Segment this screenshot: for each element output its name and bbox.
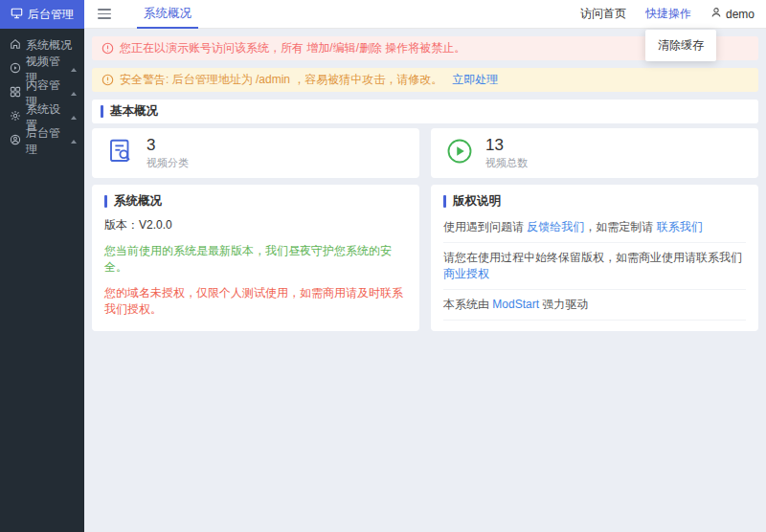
feedback-link[interactable]: 反馈给我们 [527,220,584,233]
accent-bar [104,195,107,208]
license-warning-line: 您的域名未授权，仅限个人测试使用，如需商用请及时联系我们授权。 [104,280,407,322]
grid-icon [10,86,21,100]
sidebar-menu: 系统概况 视频管理 内容管理 [0,29,84,153]
warning-circle-icon [101,74,114,86]
security-alert: 安全警告: 后台管理地址为 /admin ，容易被猜中攻击，请修改。 立即处理 [92,68,758,92]
play-circle-icon [10,62,21,77]
sidebar-app-title[interactable]: 后台管理 [0,0,84,29]
warning-circle-icon [101,42,114,55]
feedback-row: 使用遇到问题请 反馈给我们，如需定制请 联系我们 [443,212,746,243]
caret-up-icon [71,68,77,72]
main-content: 您正在以演示账号访问该系统，所有 增加/编辑/删除 操作将被禁止。 安全警告: … [84,29,766,339]
video-total-icon [445,137,474,169]
tab-label: 系统概况 [144,6,192,22]
topbar-right: 访问首页 快捷操作 demo [580,6,755,22]
sidebar: 后台管理 系统概况 视频管理 [0,0,84,532]
monitor-icon [11,8,23,22]
license-row: 请您在使用过程中始终保留版权，如需商业使用请联系我们 商业授权 [443,243,746,290]
handle-now-link[interactable]: 立即处理 [452,73,498,87]
stat-label: 视频分类 [146,156,189,170]
stat-card-video-total: 13 视频总数 [431,128,758,178]
person-icon [710,7,722,21]
accent-bar [101,105,103,118]
contact-us-link[interactable]: 联系我们 [657,220,703,233]
clear-cache-menu-item[interactable]: 清除缓存 [645,30,716,61]
demo-alert-text: 您正在以演示账号访问该系统，所有 增加/编辑/删除 操作将被禁止。 [120,41,465,55]
powered-by-row: 本系统由 ModStart 强力驱动 [443,290,746,321]
sidebar-item-label: 系统概况 [26,37,72,54]
caret-up-icon [71,140,77,144]
quick-actions-link[interactable]: 快捷操作 [645,6,691,22]
topbar: 系统概况 访问首页 快捷操作 demo [84,0,766,29]
info-panels-row: 系统概况 版本：V2.0.0 您当前使用的系统是最新版本，我们昼夜守护您系统的安… [92,185,758,331]
sidebar-app-title-label: 后台管理 [28,7,74,23]
sidebar-item-label: 后台管理 [26,125,66,158]
stat-label: 视频总数 [485,156,528,170]
version-line: 版本：V2.0.0 [104,212,407,238]
section-title: 基本概况 [110,103,158,120]
caret-up-icon [71,92,77,96]
stat-value: 13 [485,137,528,154]
caret-up-icon [71,116,77,120]
accent-bar [443,195,446,208]
user-menu[interactable]: demo [710,7,755,21]
system-panel-title: 系统概况 [104,193,407,210]
stats-row: 3 视频分类 13 视频总数 [92,128,758,178]
copyright-panel-title: 版权说明 [443,193,746,210]
visit-home-link[interactable]: 访问首页 [580,6,626,22]
system-overview-panel: 系统概况 版本：V2.0.0 您当前使用的系统是最新版本，我们昼夜守护您系统的安… [92,185,419,331]
commercial-license-link[interactable]: 商业授权 [443,267,489,280]
latest-version-line: 您当前使用的系统是最新版本，我们昼夜守护您系统的安全。 [104,238,407,280]
gear-icon [10,110,21,124]
sidebar-item-admin-management[interactable]: 后台管理 [0,129,84,153]
section-basic-overview: 基本概况 [92,100,758,123]
stat-value: 3 [146,137,189,154]
home-icon [10,38,21,53]
quick-actions-dropdown: 清除缓存 [645,30,716,61]
modstart-link[interactable]: ModStart [492,298,539,311]
hamburger-menu-icon[interactable] [98,9,111,19]
user-circle-icon [10,134,21,148]
tab-system-overview[interactable]: 系统概况 [132,0,203,29]
video-category-icon [106,137,135,169]
username-label: demo [726,8,755,21]
stat-card-video-categories: 3 视频分类 [92,128,419,178]
security-alert-text: 安全警告: 后台管理地址为 /admin ，容易被猜中攻击，请修改。 [120,73,442,87]
copyright-panel: 版权说明 使用遇到问题请 反馈给我们，如需定制请 联系我们 请您在使用过程中始终… [431,185,758,331]
